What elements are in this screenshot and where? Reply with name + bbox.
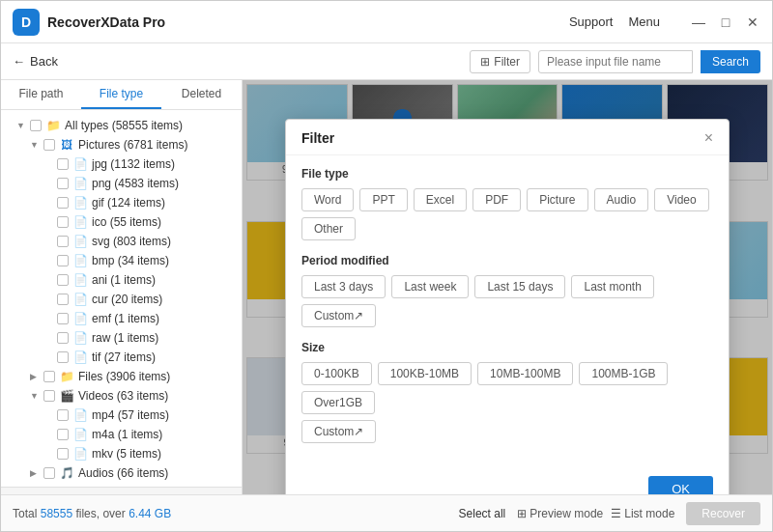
minimize-button[interactable]: — xyxy=(691,14,706,30)
tree-item-pictures[interactable]: ▼ 🖼 Pictures (6781 items) xyxy=(1,135,242,154)
tree-item-ico[interactable]: 📄 ico (55 items) xyxy=(1,212,242,232)
folder-bmp-icon: 📄 xyxy=(72,253,88,268)
tree-item-jpg[interactable]: 📄 jpg (1132 items) xyxy=(1,154,242,174)
tree-item-gif[interactable]: 📄 gif (124 items) xyxy=(1,193,242,212)
tree-item-ani[interactable]: 📄 ani (1 items) xyxy=(1,270,242,290)
tree-item-m4a[interactable]: 📄 m4a (1 items) xyxy=(1,425,242,444)
files-icon: 📁 xyxy=(59,369,74,384)
bottom-right: Select all ⊞ Preview mode ☰ List mode Re… xyxy=(459,502,760,525)
checkbox-pictures[interactable] xyxy=(43,139,55,151)
tree-item-raw[interactable]: 📄 raw (1 items) xyxy=(1,328,242,348)
tree-item-cur[interactable]: 📄 cur (20 items) xyxy=(1,290,242,309)
tag-lastweek[interactable]: Last week xyxy=(391,275,469,298)
filetype-section-title: File type xyxy=(301,167,713,181)
tree-item-all[interactable]: ▼ 📁 All types (58555 items) xyxy=(1,116,242,135)
tab-filetype[interactable]: File type xyxy=(81,80,161,109)
filter-button[interactable]: ⊞ Filter xyxy=(470,50,530,73)
size-extra-tags: Custom↗ xyxy=(301,420,713,443)
checkbox-ani[interactable] xyxy=(57,274,69,286)
recover-button[interactable]: Recover xyxy=(686,502,760,525)
checkbox-bmp[interactable] xyxy=(57,255,69,266)
tab-deleted[interactable]: Deleted xyxy=(161,80,242,109)
checkbox-ico[interactable] xyxy=(57,216,69,228)
folder-raw-icon: 📄 xyxy=(72,330,88,346)
ok-button[interactable]: OK xyxy=(648,476,713,494)
tag-word[interactable]: Word xyxy=(301,188,354,211)
search-input[interactable] xyxy=(538,50,693,73)
support-link[interactable]: Support xyxy=(569,14,614,29)
tree-item-audios[interactable]: ▶ 🎵 Audios (66 items) xyxy=(1,463,242,483)
checkbox-emf[interactable] xyxy=(57,313,69,324)
filter-section-size: Size 0-100KB 100KB-10MB 10MB-100MB 100MB… xyxy=(301,341,713,443)
content-area: 9082... 👤 xyxy=(243,80,772,494)
checkbox-jpg[interactable] xyxy=(57,158,69,170)
toolbar-right: ⊞ Filter Search xyxy=(470,50,760,73)
folder-icon: 📁 xyxy=(45,118,61,133)
tree-item-emf[interactable]: 📄 emf (1 items) xyxy=(1,309,242,328)
tree-item-tif[interactable]: 📄 tif (27 items) xyxy=(1,348,242,367)
checkbox-files[interactable] xyxy=(43,371,55,382)
period-tags: Last 3 days Last week Last 15 days Last … xyxy=(301,275,713,327)
list-mode-icon: ☰ xyxy=(611,507,621,520)
checkbox-gif[interactable] xyxy=(57,197,69,209)
tag-other[interactable]: Other xyxy=(301,217,356,240)
select-all-button[interactable]: Select all xyxy=(459,507,506,520)
bottom-info: Total 58555 files, over 6.44 GB xyxy=(13,507,171,520)
tag-100kb-10mb[interactable]: 100KB-10MB xyxy=(378,362,472,385)
preview-mode-button[interactable]: ⊞ Preview mode xyxy=(517,507,603,520)
checkbox-cur[interactable] xyxy=(57,294,69,305)
tag-custom-size[interactable]: Custom↗ xyxy=(301,420,376,443)
folder-emf-icon: 📄 xyxy=(72,311,88,326)
tab-filepath[interactable]: File path xyxy=(1,80,81,109)
tag-10mb-100mb[interactable]: 10MB-100MB xyxy=(477,362,573,385)
tag-pdf[interactable]: PDF xyxy=(472,188,521,211)
filetype-tags: Word PPT Excel PDF Picture Audio Video O… xyxy=(301,188,713,240)
menu-link[interactable]: Menu xyxy=(628,14,660,29)
sidebar-scrollbar[interactable] xyxy=(1,487,242,494)
tag-over1gb[interactable]: Over1GB xyxy=(301,391,375,414)
tag-video[interactable]: Video xyxy=(654,188,708,211)
checkbox-all[interactable] xyxy=(30,120,42,131)
tag-custom-period[interactable]: Custom↗ xyxy=(301,304,376,327)
back-button[interactable]: ← Back xyxy=(13,54,58,69)
tag-ppt[interactable]: PPT xyxy=(359,188,407,211)
checkbox-png[interactable] xyxy=(57,178,69,189)
tag-0-100kb[interactable]: 0-100KB xyxy=(301,362,372,385)
checkbox-mkv[interactable] xyxy=(57,448,69,460)
app-title: RecoverXData Pro xyxy=(47,14,165,30)
app-icon: D xyxy=(13,9,40,36)
checkbox-videos[interactable] xyxy=(43,390,55,402)
tag-last3days[interactable]: Last 3 days xyxy=(301,275,386,298)
sidebar: File path File type Deleted ▼ 📁 All type… xyxy=(1,80,243,494)
close-button[interactable]: ✕ xyxy=(745,14,760,30)
search-button[interactable]: Search xyxy=(701,50,760,73)
tree-arrow-pictures: ▼ xyxy=(30,140,42,150)
sidebar-tree: ▼ 📁 All types (58555 items) ▼ 🖼 Pictures… xyxy=(1,110,242,487)
tag-100mb-1gb[interactable]: 100MB-1GB xyxy=(579,362,668,385)
tree-item-svg[interactable]: 📄 svg (803 items) xyxy=(1,232,242,251)
tree-item-files[interactable]: ▶ 📁 Files (3906 items) xyxy=(1,367,242,386)
maximize-button[interactable]: □ xyxy=(718,14,733,30)
tag-excel[interactable]: Excel xyxy=(414,188,467,211)
filter-section-period: Period modified Last 3 days Last week La… xyxy=(301,254,713,327)
checkbox-m4a[interactable] xyxy=(57,429,69,440)
folder-tif-icon: 📄 xyxy=(72,350,88,365)
checkbox-audios[interactable] xyxy=(43,467,55,479)
tree-item-png[interactable]: 📄 png (4583 items) xyxy=(1,174,242,193)
tree-item-mkv[interactable]: 📄 mkv (5 items) xyxy=(1,444,242,463)
tag-last15days[interactable]: Last 15 days xyxy=(474,275,565,298)
tree-item-videos[interactable]: ▼ 🎬 Videos (63 items) xyxy=(1,386,242,406)
modal-footer: OK xyxy=(286,468,729,494)
tag-audio[interactable]: Audio xyxy=(594,188,649,211)
tree-item-mp4[interactable]: 📄 mp4 (57 items) xyxy=(1,406,242,425)
main-content: File path File type Deleted ▼ 📁 All type… xyxy=(1,80,772,494)
tree-item-bmp[interactable]: 📄 bmp (34 items) xyxy=(1,251,242,270)
tag-picture[interactable]: Picture xyxy=(527,188,587,211)
checkbox-raw[interactable] xyxy=(57,332,69,344)
checkbox-mp4[interactable] xyxy=(57,409,69,421)
checkbox-svg[interactable] xyxy=(57,236,69,247)
tag-lastmonth[interactable]: Last month xyxy=(571,275,653,298)
checkbox-tif[interactable] xyxy=(57,351,69,363)
modal-close-button[interactable]: × xyxy=(704,129,713,147)
list-mode-button[interactable]: ☰ List mode xyxy=(611,507,674,520)
